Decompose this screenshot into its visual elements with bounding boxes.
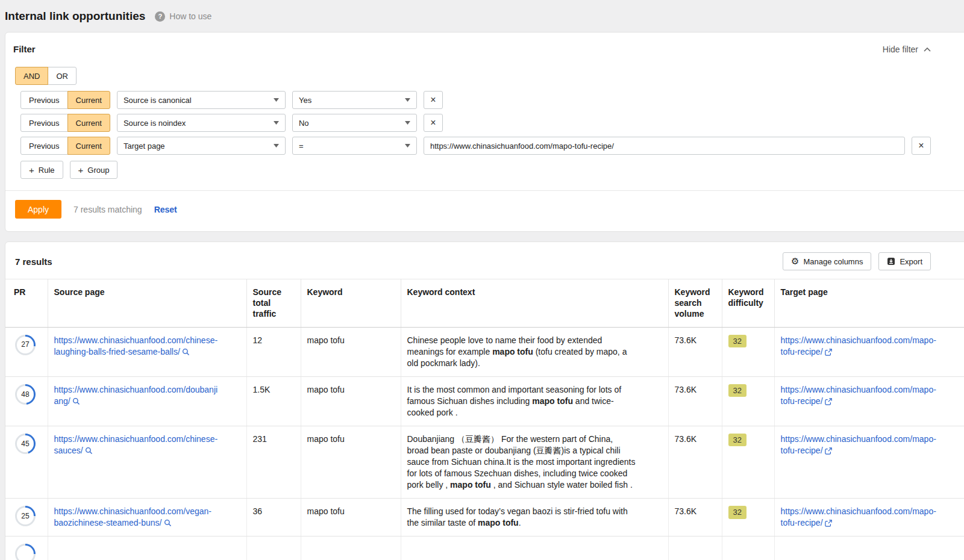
external-link-icon[interactable] (825, 447, 832, 455)
add-rule-label: Rule (39, 166, 55, 175)
operator-select-value: Yes (299, 96, 311, 105)
inspect-icon[interactable] (182, 348, 190, 356)
source-page-link[interactable]: https://www.chinasichuanfood.com/doubanj… (54, 384, 221, 407)
or-button[interactable]: OR (48, 67, 77, 85)
add-rule-button[interactable]: + Rule (20, 161, 63, 179)
rule-value-input[interactable] (424, 137, 905, 155)
keyword-cell: mapo tofu (301, 327, 401, 376)
inspect-icon[interactable] (72, 397, 80, 405)
previous-button[interactable]: Previous (20, 114, 68, 132)
apply-button[interactable]: Apply (15, 200, 61, 219)
chevron-down-icon (405, 98, 410, 102)
results-panel: 7 results ⚙ Manage columns Export PR Sou… (5, 241, 964, 560)
column-header-keyword-search-volume[interactable]: Keyword search volume (668, 279, 722, 328)
target-page-cell: https://www.chinasichuanfood.com/mapo-to… (774, 376, 964, 426)
current-button[interactable]: Current (67, 114, 110, 132)
remove-rule-button[interactable]: × (424, 114, 443, 132)
keyword-context-text: The filling used for today’s vegan baozi… (407, 506, 636, 529)
add-group-button[interactable]: + Group (70, 161, 118, 179)
pr-score-ring: 48 (15, 384, 36, 405)
filter-apply-row: Apply 7 results matching Reset (5, 191, 964, 231)
keyword-difficulty-cell: 32 (722, 376, 774, 426)
column-header-source-page[interactable]: Source page (48, 279, 246, 328)
source-page-url: https://www.chinasichuanfood.com/chinese… (54, 335, 218, 356)
column-header-keyword[interactable]: Keyword (301, 279, 401, 328)
keyword-value: mapo tofu (307, 335, 345, 345)
target-page-link[interactable]: https://www.chinasichuanfood.com/mapo-to… (781, 434, 945, 456)
results-actions: ⚙ Manage columns Export (783, 252, 931, 270)
table-row: 27 https://www.chinasichuanfood.com/chin… (5, 327, 964, 376)
column-header-target-page[interactable]: Target page (774, 279, 964, 328)
pr-value (17, 546, 34, 560)
source-total-traffic-cell: 36 (246, 498, 301, 536)
plus-icon: + (78, 165, 84, 175)
inspect-icon[interactable] (85, 447, 93, 455)
column-header-source-total-traffic[interactable]: Source total traffic (246, 279, 301, 328)
keyword-search-volume-cell: 73.6K (668, 498, 722, 536)
export-button[interactable]: Export (878, 252, 931, 270)
operator-select[interactable]: Yes (292, 91, 417, 109)
current-button[interactable]: Current (67, 137, 110, 155)
remove-rule-button[interactable]: × (912, 137, 931, 155)
pr-score-ring (15, 544, 36, 560)
hide-filter-button[interactable]: Hide filter (883, 45, 931, 54)
manage-columns-label: Manage columns (803, 257, 863, 266)
source-page-link[interactable]: https://www.chinasichuanfood.com/vegan-b… (54, 506, 221, 529)
keyword-search-volume-value: 73.6K (675, 335, 697, 345)
previous-button[interactable]: Previous (20, 91, 68, 109)
chevron-up-icon (924, 47, 931, 52)
version-toggle: Previous Current (20, 114, 110, 132)
help-icon: ? (155, 11, 165, 22)
operator-select-value: = (299, 142, 304, 151)
filter-add-row: + Rule + Group (20, 161, 931, 190)
external-link-icon[interactable] (825, 349, 832, 356)
table-row: 25 https://www.chinasichuanfood.com/vega… (5, 498, 964, 536)
previous-button[interactable]: Previous (20, 137, 68, 155)
source-page-link[interactable]: https://www.chinasichuanfood.com/chinese… (54, 335, 221, 358)
keyword-highlight: mapo tofu (492, 347, 533, 356)
source-total-traffic-cell: 1.5K (246, 376, 301, 426)
filter-body: AND OR Previous Current Source is canoni… (5, 63, 964, 190)
keyword-cell: mapo tofu (301, 498, 401, 536)
source-page-cell: https://www.chinasichuanfood.com/doubanj… (48, 376, 246, 426)
column-header-keyword-difficulty[interactable]: Keyword difficulty (722, 279, 774, 328)
column-header-pr[interactable]: PR (5, 279, 48, 328)
target-page-url: https://www.chinasichuanfood.com/mapo-to… (781, 434, 936, 455)
keyword-highlight: mapo tofu (532, 396, 573, 406)
field-select-value: Source is noindex (124, 119, 186, 128)
target-page-link[interactable]: https://www.chinasichuanfood.com/mapo-to… (781, 335, 945, 358)
and-button[interactable]: AND (15, 67, 48, 85)
page-title: Internal link opportunities (5, 10, 145, 23)
page-header: Internal link opportunities ? How to use (0, 0, 964, 32)
field-select[interactable]: Source is noindex (117, 114, 286, 132)
inspect-icon[interactable] (164, 519, 172, 527)
field-select[interactable]: Target page (117, 137, 286, 155)
gear-icon: ⚙ (791, 257, 799, 266)
keyword-search-volume-cell (668, 536, 722, 560)
results-count: 7 results (15, 257, 52, 267)
keyword-search-volume-cell: 73.6K (668, 327, 722, 376)
manage-columns-button[interactable]: ⚙ Manage columns (783, 252, 871, 270)
keyword-difficulty-badge: 32 (728, 506, 746, 519)
keyword-difficulty-cell: 32 (722, 498, 774, 536)
target-page-cell: https://www.chinasichuanfood.com/mapo-to… (774, 327, 964, 376)
field-select[interactable]: Source is canonical (117, 91, 286, 109)
external-link-icon[interactable] (825, 398, 832, 405)
current-button[interactable]: Current (67, 91, 110, 109)
reset-button[interactable]: Reset (154, 205, 177, 214)
source-total-traffic-value: 12 (253, 335, 263, 345)
target-page-url: https://www.chinasichuanfood.com/mapo-to… (781, 385, 936, 406)
target-page-link[interactable]: https://www.chinasichuanfood.com/mapo-to… (781, 506, 945, 529)
target-page-link[interactable]: https://www.chinasichuanfood.com/mapo-to… (781, 384, 945, 407)
keyword-context-text: It is the most common and important seas… (407, 384, 636, 418)
table-header-row: PR Source page Source total traffic Keyw… (5, 279, 964, 328)
remove-rule-button[interactable]: × (424, 91, 443, 109)
operator-select[interactable]: = (292, 137, 417, 155)
source-page-link[interactable]: https://www.chinasichuanfood.com/chinese… (54, 434, 221, 456)
column-header-keyword-context[interactable]: Keyword context (401, 279, 668, 328)
chevron-down-icon (274, 98, 279, 102)
operator-select[interactable]: No (292, 114, 417, 132)
how-to-use-link[interactable]: ? How to use (155, 11, 211, 22)
external-link-icon[interactable] (825, 520, 832, 527)
pr-value: 45 (17, 435, 34, 452)
